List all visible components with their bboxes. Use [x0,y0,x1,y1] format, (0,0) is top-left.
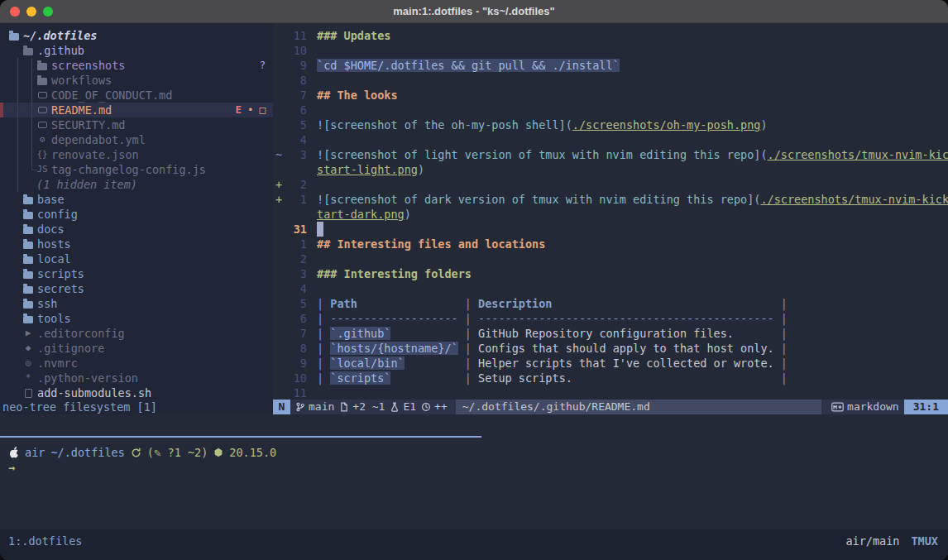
line-text: | `.github` | GitHub Repository configur… [307,326,788,341]
tree-item-add-submodules-sh[interactable]: add-submodules.sh [0,385,273,400]
tree-item-tag-changelog-config-js[interactable]: JStag-changelog-config.js [0,162,273,177]
line-text: ## Interesting files and locations [307,237,545,251]
cursor-position: 31:1 [904,400,948,414]
tree-item-base[interactable]: base [0,192,273,207]
tree-item-ssh[interactable]: ssh [0,296,273,311]
line-number: 11 [287,385,307,400]
editor-line[interactable]: 10 [273,43,948,58]
pencil-icon: ✎ [154,446,160,459]
editor-line[interactable]: +1![screenshot of dark version of tmux w… [273,192,948,207]
git-status-counts: ?1 ~2 [168,446,202,459]
close-button[interactable] [10,7,20,17]
editor-line[interactable]: ~3![screenshot of light version of tmux … [273,147,948,162]
tree-item-code-of-conduct-md[interactable]: CODE_OF_CONDUCT.md [0,88,273,103]
editor-buffer[interactable]: 11### Updates109`cd $HOME/.dotfiles && g… [273,23,948,400]
cwd: ~/.dotfiles [50,445,124,460]
tree-item-secrets[interactable]: secrets [0,281,273,296]
editor-line[interactable]: 6| ------------------- | ---------------… [273,311,948,326]
editor-line[interactable]: 4 [273,132,948,147]
line-text [307,103,317,117]
editor-line[interactable]: 2 [273,251,948,266]
node-icon [213,448,223,457]
editor-line[interactable]: 4 [273,281,948,296]
editor-line[interactable]: start-light.png) [273,162,948,177]
editor-line[interactable]: 8 [273,73,948,88]
flag-icon: ▶ [22,326,34,341]
editor-line[interactable]: 7## The looks [273,88,948,103]
gutter-sign [273,73,287,88]
zoom-button[interactable] [43,7,53,17]
tree-item-label: scripts [37,266,84,281]
line-number: 10 [287,43,307,58]
line-number: 2 [287,177,307,192]
editor-line[interactable]: 7| `.github` | GitHub Repository configu… [273,326,948,341]
editor-line[interactable]: 10| `scripts` | Setup scripts. | [273,371,948,385]
tree-item-workflows[interactable]: workflows [0,73,273,88]
tree-item-local[interactable]: local [0,251,273,266]
line-number: 4 [287,132,307,147]
traffic-lights [10,7,53,17]
gutter-sign [273,28,287,43]
line-number: 6 [287,103,307,117]
editor-line[interactable]: +2 [273,177,948,192]
line-text: ![screenshot of dark version of tmux wit… [307,192,948,207]
tree-item-label: workflows [51,73,112,88]
editor-line[interactable]: 11 [273,385,948,400]
line-number: 3 [287,266,307,281]
node-version: 20.15.0 [229,445,276,460]
gutter-sign [273,281,287,296]
tree-item-1-hidden-item[interactable]: (1 hidden item) [0,177,273,192]
tree-item-github[interactable]: .github [0,43,273,58]
flask-icon [390,402,400,412]
tree-item-python-version[interactable]: *.python-version [0,371,273,385]
editor-line[interactable]: 6 [273,103,948,117]
tree-item-gitignore[interactable]: ◆.gitignore [0,341,273,356]
tree-item-scripts[interactable]: scripts [0,266,273,281]
tree-item-dotfiles[interactable]: ~/.dotfiles [0,28,273,43]
tree-item-readme-md[interactable]: README.mdE•□ [0,103,273,117]
editor-line[interactable]: 1## Interesting files and locations [273,237,948,251]
editor-line[interactable]: 8| `hosts/{hostname}/` | Configs that sh… [273,341,948,356]
tree-item-screenshots[interactable]: screenshots? [0,58,273,73]
gutter-sign [273,222,287,237]
editor-line[interactable]: tart-dark.png) [273,207,948,222]
editor-line[interactable]: 9| `local/bin` | Helper scripts that I'v… [273,356,948,371]
line-number: 1 [287,237,307,251]
tree-item-config[interactable]: config [0,207,273,222]
js-icon: JS [36,162,48,177]
tree-item-tools[interactable]: tools [0,311,273,326]
editor-line[interactable]: 5| Path | Description | [273,296,948,311]
tree-item-label: tools [37,311,71,326]
editor-line[interactable]: 31 [273,222,948,237]
line-number: 4 [287,281,307,296]
tmux-window-tab[interactable]: 1:.dotfiles [8,534,82,548]
tree-item-dependabot-yml[interactable]: ⚙dependabot.yml [0,132,273,147]
editor-line[interactable]: 9`cd $HOME/.dotfiles && git pull && ./in… [273,58,948,73]
line-number: 9 [287,58,307,73]
tree-item-label: (1 hidden item) [36,177,137,192]
tmux-workspace: ~/.dotfiles.githubscreenshots?workflowsC… [0,23,948,560]
minimize-button[interactable] [26,7,36,17]
diagnostics-count: E1 [403,400,416,414]
tree-item-hosts[interactable]: hosts [0,237,273,251]
tree-item-nvmrc[interactable]: ◎.nvmrc [0,356,273,371]
gutter-sign [273,43,287,58]
gutter-sign [273,296,287,311]
folder-icon [36,62,48,69]
editor-line[interactable]: 5![screenshot of the oh-my-posh shell](.… [273,117,948,132]
tree-item-label: ~/.dotfiles [23,28,97,43]
neo-tree-panel: ~/.dotfiles.githubscreenshots?workflowsC… [0,23,273,400]
tree-item-label: .python-version [37,371,138,385]
folder-icon [22,256,34,263]
tree-item-renovate-json[interactable]: {}renovate.json [0,147,273,162]
editor-line[interactable]: 11### Updates [273,28,948,43]
editor-line[interactable]: 3### Interesting folders [273,266,948,281]
tree-item-editorconfig[interactable]: ▶.editorconfig [0,326,273,341]
tree-item-security-md[interactable]: SECURITY.md [0,117,273,132]
hostname: air [25,445,45,460]
tree-item-label: .gitignore [37,341,104,356]
shell-pane[interactable]: air ~/.dotfiles (✎ ?1 ~2) 20.15.0 → [0,438,948,529]
braces-icon: {} [36,147,48,162]
line-text: ## The looks [307,88,398,103]
tree-item-docs[interactable]: docs [0,222,273,237]
